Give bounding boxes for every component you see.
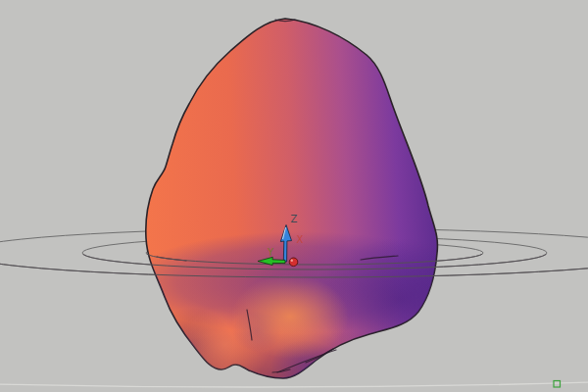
viewport[interactable]: Z Y X [0,0,588,392]
y-axis-label: Y [267,247,274,258]
x-axis-label: X [297,234,304,245]
viewport-canvas[interactable]: Z Y X [0,0,588,392]
x-axis-highlight [291,260,293,262]
x-axis-ball[interactable] [289,258,298,267]
z-axis-label: Z [291,214,298,224]
